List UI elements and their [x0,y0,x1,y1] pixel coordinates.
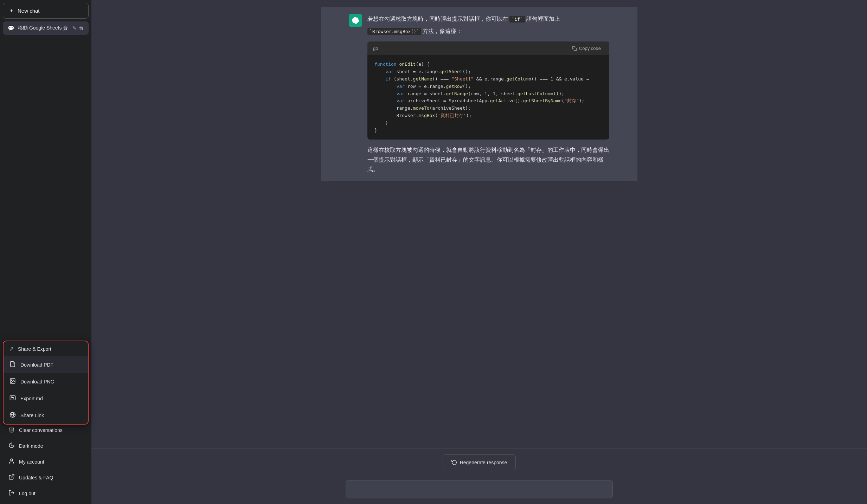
svg-rect-7 [574,48,577,51]
svg-point-4 [11,459,13,461]
input-area [91,476,867,504]
regenerate-bar: Regenerate response [91,448,867,476]
export-md-label: Export md [20,396,43,401]
clear-icon [8,426,15,434]
logout-icon [8,490,15,497]
updates-faq-label: Updates & FAQ [19,475,53,480]
share-link-label: Share Link [20,413,44,418]
plus-icon: ＋ [9,7,14,14]
copy-code-button[interactable]: Copy code [569,44,604,52]
download-pdf-label: Download PDF [20,362,53,368]
bottom-paragraph: 這樣在核取方塊被勾選的時候，就會自動將該行資料移動到名為「封存」的工作表中，同時… [367,145,609,174]
delete-icon[interactable]: 🗑 [79,25,84,31]
updates-faq-item[interactable]: Updates & FAQ [3,470,89,485]
new-chat-label: New chat [18,8,40,14]
copy-code-label: Copy code [579,46,601,51]
message-text: 若想在勾選核取方塊時，同時彈出提示對話框，你可以在 `if` 語句裡面加上 [367,14,609,24]
my-account-label: My account [19,459,44,465]
share-export-area: ↗ Share & Export Download PDF [3,341,89,421]
avatar [349,14,362,27]
share-export-label: Share & Export [18,346,51,352]
download-pdf-item[interactable]: Download PDF [4,356,88,373]
main-content: 若想在勾選核取方塊時，同時彈出提示對話框，你可以在 `if` 語句裡面加上 `B… [91,0,867,504]
chat-icon: 💬 [8,25,14,31]
external-link-icon [8,474,15,481]
svg-line-5 [11,474,14,477]
png-icon [9,378,16,386]
dark-mode-item[interactable]: Dark mode [3,438,89,454]
share-link-item[interactable]: Share Link [4,407,88,424]
dark-mode-label: Dark mode [19,443,43,449]
code-header: go Copy code [367,41,609,55]
chat-input[interactable] [346,480,613,498]
download-png-item[interactable]: Download PNG [4,373,88,390]
code-language: go [373,45,378,52]
code-block: go Copy code function onEdit(e) { var sh… [367,41,609,140]
regenerate-button[interactable]: Regenerate response [443,454,516,470]
edit-icon[interactable]: ✎ [72,25,77,31]
download-png-label: Download PNG [20,379,54,385]
regenerate-label: Regenerate response [460,460,507,465]
new-chat-button[interactable]: ＋ New chat [3,3,89,19]
chat-area: 若想在勾選核取方塊時，同時彈出提示對話框，你可以在 `if` 語句裡面加上 `B… [91,0,867,448]
moon-icon [8,442,15,450]
chat-history-item[interactable]: 💬 移動 Google Sheets 資 ✎ 🗑 [3,21,89,35]
md-icon [9,395,16,402]
svg-point-1 [11,380,12,380]
share-export-icon: ↗ [9,345,14,352]
my-account-item[interactable]: My account [3,454,89,470]
assistant-message-content: 若想在勾選核取方塊時，同時彈出提示對話框，你可以在 `if` 語句裡面加上 `B… [367,14,609,174]
share-export-trigger[interactable]: ↗ Share & Export [4,341,88,356]
chat-actions: ✎ 🗑 [72,25,84,31]
pdf-icon [9,361,16,369]
export-md-item[interactable]: Export md [4,390,88,407]
message-text-2: `Browser.msgBox()` 方法，像這樣： [367,26,609,36]
code-body: function onEdit(e) { var sheet = e.range… [367,55,609,140]
log-out-label: Log out [19,491,36,496]
user-icon [8,458,15,465]
share-export-dropdown: ↗ Share & Export Download PDF [3,341,89,425]
clear-conversations-label: Clear conversations [19,427,63,433]
log-out-item[interactable]: Log out [3,485,89,501]
assistant-message: 若想在勾選核取方塊時，同時彈出提示對話框，你可以在 `if` 語句裡面加上 `B… [321,7,637,181]
sidebar: ＋ New chat 💬 移動 Google Sheets 資 ✎ 🗑 ↗ Sh… [0,0,91,504]
link-icon [9,412,16,419]
chat-title: 移動 Google Sheets 資 [18,25,69,31]
regenerate-icon [451,459,457,466]
